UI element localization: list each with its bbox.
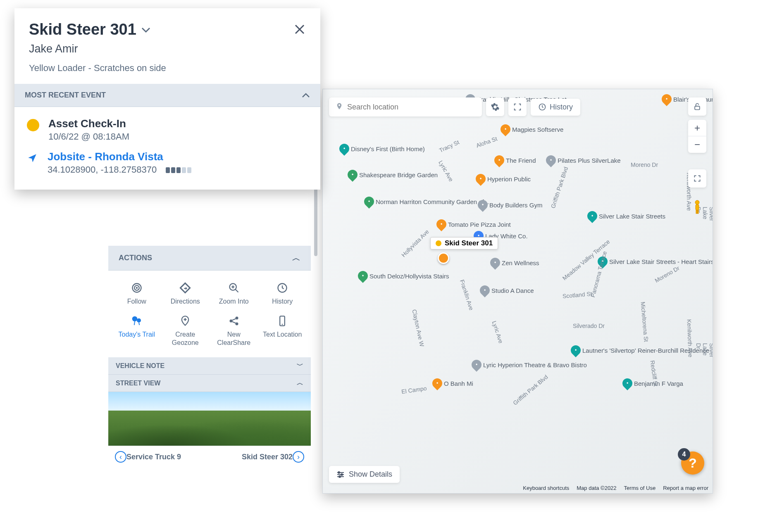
svg-rect-25 <box>696 210 697 214</box>
recent-event-section-header[interactable]: MOST RECENT EVENT <box>14 84 320 107</box>
map-poi[interactable]: •Tomato Pie Pizza Joint <box>436 219 511 229</box>
diamond-icon <box>179 281 191 295</box>
recenter-button[interactable] <box>508 98 527 116</box>
prev-asset-label: Service Truck 9 <box>126 453 181 461</box>
next-asset-label: Skid Steer 302 <box>242 453 293 461</box>
close-button[interactable] <box>293 23 306 39</box>
balloons-icon <box>131 314 143 328</box>
road-label: Moreno Dr <box>631 162 658 168</box>
poi-label: Disney's First (Birth Home) <box>351 145 425 152</box>
svg-point-32 <box>339 476 341 477</box>
svg-point-12 <box>229 320 232 323</box>
road-label: W Silver Lake Dr <box>695 343 713 357</box>
street-view-image[interactable] <box>108 392 311 446</box>
map-poi[interactable]: •Shakespeare Bridge Garden <box>348 170 438 180</box>
map-attribution: Keyboard shortcuts Map data ©2022 Terms … <box>523 485 708 491</box>
asset-marker-label[interactable]: Skid Steer 301 <box>430 237 498 249</box>
marker-dot-icon <box>436 240 441 246</box>
map-poi[interactable]: •Magpies Softserve <box>501 124 563 134</box>
action-todays-trail[interactable]: Today's Trail <box>117 314 157 347</box>
zoom-out-button[interactable]: − <box>688 136 706 153</box>
map-poi[interactable]: •Studio A Dance <box>480 285 534 295</box>
prev-asset-button[interactable]: ‹ <box>115 451 126 463</box>
poi-label: Norman Harriton Community Garden of... <box>376 198 489 205</box>
svg-point-2 <box>136 287 137 288</box>
map-poi[interactable]: •South Deloz/Hollyvista Stairs <box>358 271 449 281</box>
keyboard-shortcuts-link[interactable]: Keyboard shortcuts <box>523 485 569 491</box>
map-poi[interactable]: •Body Builders Gym <box>478 200 542 210</box>
map-poi[interactable]: •Norman Harriton Community Garden of... <box>364 197 489 207</box>
search-location-wrapper <box>329 97 482 116</box>
asset-dropdown-toggle[interactable] <box>141 23 150 36</box>
map-poi[interactable]: •Silver Lake Stair Streets <box>587 211 665 221</box>
next-asset-button[interactable]: › <box>293 451 304 463</box>
asset-map-marker[interactable] <box>438 252 449 264</box>
action-zoom-into[interactable]: Zoom Into <box>214 281 254 306</box>
actions-section-label: ACTIONS <box>119 254 152 262</box>
settings-button[interactable] <box>486 98 504 116</box>
action-history[interactable]: History <box>262 281 303 306</box>
svg-rect-22 <box>695 106 700 109</box>
event-location-link[interactable]: Jobsite - Rhonda Vista <box>48 150 191 163</box>
lock-button[interactable] <box>688 97 706 116</box>
road-label: Kenilworth Ave <box>686 319 694 358</box>
history-button[interactable]: History <box>531 99 580 116</box>
poi-label: Tomato Pie Pizza Joint <box>448 221 511 228</box>
map-poi[interactable]: •Zen Wellness <box>490 258 539 268</box>
svg-point-8 <box>132 316 138 322</box>
chevron-up-icon <box>302 90 310 100</box>
road-label: Silverado Dr <box>573 323 605 329</box>
map-poi[interactable]: •Hyperion Public <box>476 174 531 184</box>
action-follow[interactable]: Follow <box>117 281 157 306</box>
action-directions[interactable]: Directions <box>165 281 206 306</box>
recent-event-section-label: MOST RECENT EVENT <box>25 91 106 100</box>
help-button[interactable]: ? 4 <box>681 451 704 475</box>
event-title: Asset Check-In <box>48 117 129 130</box>
action-create-geozone[interactable]: Create Geozone <box>165 314 206 347</box>
event-timestamp: 10/6/22 @ 08:18AM <box>48 131 129 142</box>
map-poi[interactable]: •The Friend <box>494 155 536 165</box>
action-text-location[interactable]: Text Location <box>262 314 303 347</box>
svg-point-23 <box>695 200 699 204</box>
action-label: New ClearShare <box>214 330 254 347</box>
poi-label: Lyric Hyperion Theatre & Bravo Bistro <box>483 361 587 368</box>
poi-label: Silver Lake Stair Streets <box>599 213 665 220</box>
map-poi[interactable]: •Lyric Hyperion Theatre & Bravo Bistro <box>472 360 587 370</box>
show-details-button[interactable]: Show Details <box>329 466 400 483</box>
action-label: History <box>272 297 293 306</box>
poi-label: Body Builders Gym <box>489 202 542 209</box>
action-label: Follow <box>127 297 146 306</box>
poi-label: Shakespeare Bridge Garden <box>359 171 438 178</box>
svg-point-14 <box>235 323 238 325</box>
pegman[interactable] <box>688 198 706 216</box>
asset-title: Skid Steer 301 <box>29 21 136 38</box>
terms-link[interactable]: Terms of Use <box>624 485 656 491</box>
fullscreen-button[interactable] <box>688 169 706 188</box>
phone-icon <box>277 314 288 328</box>
svg-point-31 <box>341 474 343 475</box>
poi-label: Hyperion Public <box>487 176 531 183</box>
search-input[interactable] <box>347 103 475 112</box>
zoom-in-button[interactable]: + <box>688 120 706 136</box>
actions-section-header[interactable]: ACTIONS ︿ <box>108 246 311 271</box>
poi-label: South Deloz/Hollyvista Stairs <box>369 273 449 280</box>
map-poi[interactable]: •O Banh Mi <box>432 378 473 388</box>
zoom-icon <box>228 281 240 295</box>
pin-plus-icon <box>179 314 191 328</box>
zoom-controls: + − <box>688 120 706 153</box>
svg-point-13 <box>235 317 238 320</box>
street-view-section-header[interactable]: STREET VIEW ︿ <box>108 375 311 392</box>
action-new-clearshare[interactable]: New ClearShare <box>214 314 254 347</box>
map-poi[interactable]: •Silver Lake Stair Streets - Heart Stair… <box>598 256 713 266</box>
map-poi[interactable]: •Disney's First (Birth Home) <box>339 144 425 154</box>
event-coordinates: 34.1028900, -118.2758370 <box>48 164 157 175</box>
map[interactable]: •Franklin Hills Christmas Tree Lot•Blair… <box>322 89 713 494</box>
event-status-dot <box>27 119 39 131</box>
poi-label: Magpies Softserve <box>512 126 563 133</box>
report-error-link[interactable]: Report a map error <box>663 485 708 491</box>
street-view-label: STREET VIEW <box>116 380 160 387</box>
map-poi[interactable]: •Pilates Plus SilverLake <box>546 155 621 165</box>
asset-nav-footer: ‹ Service Truck 9 Skid Steer 302 › <box>108 446 311 468</box>
vehicle-note-section-header[interactable]: VEHICLE NOTE ﹀ <box>108 357 311 375</box>
chevron-up-icon: ︿ <box>292 252 300 264</box>
